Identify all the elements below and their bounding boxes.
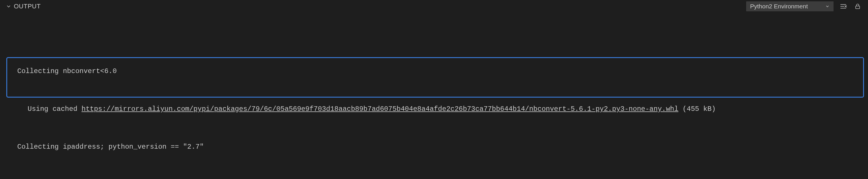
chevron-down-icon[interactable] [6,3,11,9]
selection-highlight [6,57,864,98]
output-panel-header: OUTPUT Python2 Environment [0,0,868,13]
log-line: Collecting ipaddress; python_version == … [17,140,865,153]
panel-title: OUTPUT [14,3,40,10]
log-url[interactable]: https://mirrors.aliyun.com/pypi/packages… [82,105,678,113]
log-line: Collecting nbconvert<6.0 [17,65,865,78]
output-channel-dropdown[interactable]: Python2 Environment [746,1,834,11]
output-body[interactable]: Collecting nbconvert<6.0 Using cached ht… [0,13,868,179]
svg-rect-5 [856,6,860,9]
log-line: Using cached https://mirrors.aliyun.com/… [17,103,865,116]
header-actions: Python2 Environment [746,1,862,11]
chevron-down-icon [825,4,830,9]
clear-output-icon[interactable] [839,2,848,11]
lock-scroll-icon[interactable] [853,2,862,11]
dropdown-label: Python2 Environment [750,3,808,10]
